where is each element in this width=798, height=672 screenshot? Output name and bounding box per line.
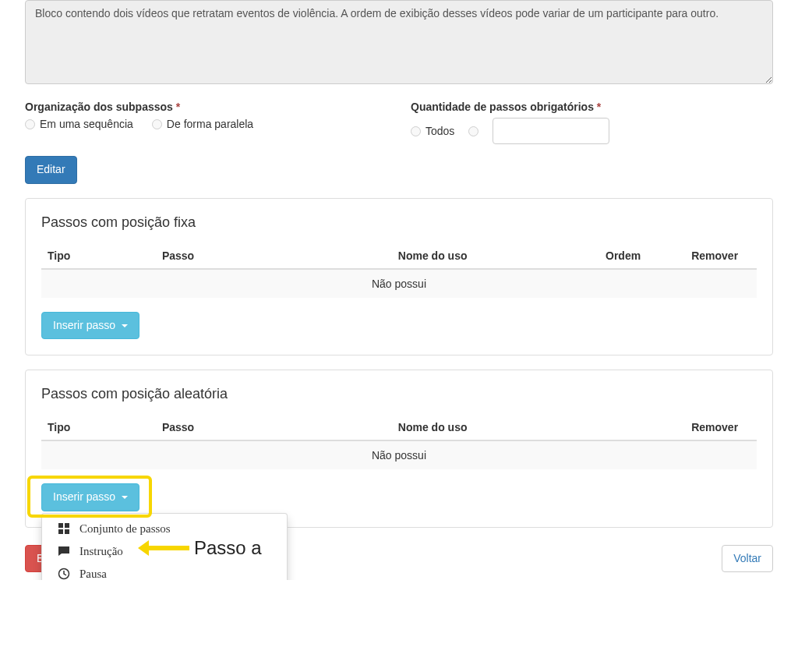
fixed-steps-title: Passos com posição fixa: [41, 214, 757, 231]
organization-radio-parallel[interactable]: De forma paralela: [152, 118, 253, 130]
random-steps-title: Passos com posição aleatória: [41, 386, 757, 402]
insert-step-fixed-button[interactable]: Inserir passo: [41, 312, 139, 340]
edit-button[interactable]: Editar: [25, 156, 77, 184]
svg-rect-0: [58, 523, 63, 528]
dropdown-item-step-set[interactable]: Conjunto de passos: [42, 518, 287, 540]
col-uso: Nome do uso: [392, 415, 685, 440]
comment-icon: [58, 545, 70, 557]
col-tipo: Tipo: [41, 415, 156, 440]
table-row-empty: Não possui: [41, 269, 757, 298]
mandatory-quantity-input[interactable]: [493, 118, 609, 144]
mandatory-radio-all[interactable]: Todos: [411, 125, 454, 137]
fixed-steps-panel: Passos com posição fixa Tipo Passo Nome …: [25, 198, 773, 356]
back-button[interactable]: Voltar: [722, 545, 773, 573]
random-steps-panel: Passos com posição aleatória Tipo Passo …: [25, 370, 773, 528]
chevron-down-icon: [122, 496, 128, 499]
col-passo: Passo: [156, 415, 392, 440]
insert-step-random-button[interactable]: Inserir passo: [41, 483, 139, 511]
col-tipo: Tipo: [41, 243, 156, 269]
mandatory-label: Quantidade de passos obrigatórios *: [411, 101, 773, 113]
dropdown-item-instruction[interactable]: Instrução: [42, 540, 287, 563]
col-passo: Passo: [156, 243, 392, 269]
organization-label: Organização dos subpassos *: [25, 101, 387, 113]
description-textarea[interactable]: [25, 0, 773, 84]
svg-rect-3: [65, 529, 69, 534]
col-remover: Remover: [685, 243, 757, 269]
grid-icon: [58, 522, 70, 535]
col-remover: Remover: [685, 415, 757, 440]
dropdown-item-pause[interactable]: Pausa: [42, 563, 287, 581]
svg-rect-2: [58, 529, 63, 534]
organization-radio-sequence[interactable]: Em uma sequência: [25, 118, 133, 130]
svg-rect-1: [65, 523, 69, 528]
col-ordem: Ordem: [599, 243, 685, 269]
mandatory-radio-custom[interactable]: [468, 126, 478, 136]
clock-icon: [58, 568, 70, 580]
table-row-empty: Não possui: [41, 440, 757, 469]
insert-step-dropdown: Conjunto de passos Instrução Pausa Quest…: [41, 513, 288, 581]
chevron-down-icon: [122, 324, 128, 327]
col-uso: Nome do uso: [392, 243, 599, 269]
